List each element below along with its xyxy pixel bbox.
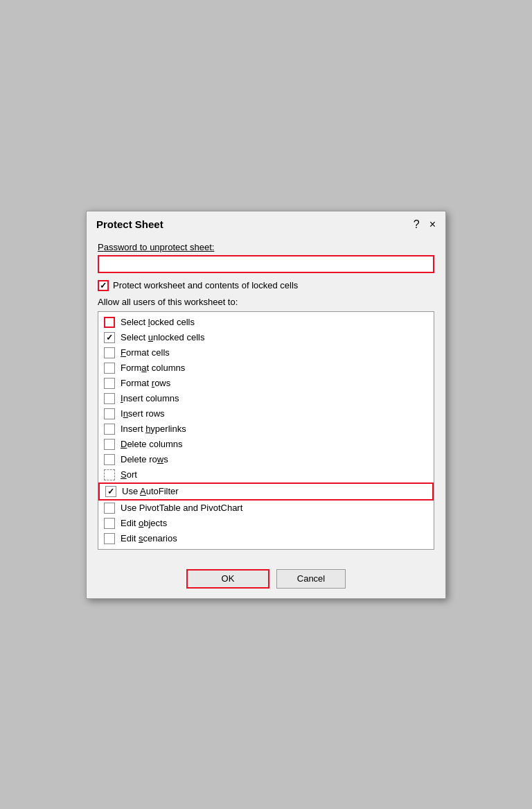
cancel-button[interactable]: Cancel	[276, 569, 346, 589]
label-edit-objects: Edit objects	[121, 518, 167, 528]
perm-row-delete-columns: Delete columns	[98, 437, 434, 452]
label-insert-hyperlinks: Insert hyperlinks	[121, 424, 186, 434]
label-autofilter: Use AutoFilter	[122, 486, 179, 496]
title-bar: Protect Sheet ? ×	[87, 211, 445, 235]
password-label: Password to unprotect sheet:	[98, 242, 434, 252]
label-select-unlocked: Select unlocked cells	[121, 332, 204, 342]
checkbox-insert-rows[interactable]	[104, 408, 115, 419]
permissions-list: Select locked cells Select unlocked cell…	[98, 311, 434, 550]
checkbox-format-cells[interactable]	[104, 347, 115, 358]
close-icon[interactable]: ×	[429, 218, 436, 231]
perm-row-sort: Sort	[98, 467, 434, 482]
protect-sheet-dialog: Protect Sheet ? × Password to unprotect …	[86, 211, 446, 599]
checkbox-pivot[interactable]	[104, 503, 115, 514]
dialog-title: Protect Sheet	[96, 218, 163, 230]
perm-row-insert-hyperlinks: Insert hyperlinks	[98, 421, 434, 437]
label-format-rows: Format rows	[121, 378, 170, 388]
perm-row-insert-rows: Insert rows	[98, 406, 434, 421]
checkbox-autofilter[interactable]	[105, 486, 116, 497]
checkbox-format-rows[interactable]	[104, 378, 115, 389]
help-icon[interactable]: ?	[414, 218, 420, 231]
label-insert-columns: Insert columns	[121, 393, 179, 403]
perm-row-select-locked: Select locked cells	[98, 315, 434, 330]
perm-row-autofilter: Use AutoFilter	[98, 482, 434, 501]
label-delete-rows: Delete rows	[121, 454, 168, 464]
checkbox-delete-columns[interactable]	[104, 439, 115, 450]
protect-worksheet-checkbox[interactable]	[98, 280, 109, 291]
allow-users-label: Allow all users of this worksheet to:	[98, 297, 434, 307]
checkbox-select-unlocked[interactable]	[104, 332, 115, 343]
protect-worksheet-label: Protect worksheet and contents of locked…	[113, 280, 298, 290]
checkbox-delete-rows[interactable]	[104, 454, 115, 465]
label-delete-columns: Delete columns	[121, 439, 183, 449]
label-format-cells: Format cells	[121, 347, 170, 358]
checkbox-insert-hyperlinks[interactable]	[104, 424, 115, 435]
label-insert-rows: Insert rows	[121, 408, 165, 419]
checkbox-edit-objects[interactable]	[104, 518, 115, 529]
label-pivot: Use PivotTable and PivotChart	[121, 503, 242, 513]
perm-row-edit-scenarios: Edit scenarios	[98, 531, 434, 546]
checkbox-insert-columns[interactable]	[104, 393, 115, 404]
perm-row-select-unlocked: Select unlocked cells	[98, 330, 434, 345]
title-bar-controls: ? ×	[414, 218, 436, 231]
protect-worksheet-row: Protect worksheet and contents of locked…	[98, 280, 434, 291]
perm-row-format-columns: Format columns	[98, 360, 434, 376]
label-format-columns: Format columns	[121, 363, 185, 373]
perm-row-edit-objects: Edit objects	[98, 516, 434, 531]
password-label-underline: P	[98, 242, 104, 252]
label-edit-scenarios: Edit scenarios	[121, 533, 177, 543]
buttons-row: OK Cancel	[87, 569, 445, 598]
perm-row-pivot: Use PivotTable and PivotChart	[98, 501, 434, 516]
perm-row-format-rows: Format rows	[98, 376, 434, 391]
checkbox-sort[interactable]	[104, 469, 115, 480]
ok-button[interactable]: OK	[186, 569, 269, 589]
checkbox-edit-scenarios[interactable]	[104, 533, 115, 544]
label-sort: Sort	[121, 469, 137, 480]
checkbox-select-locked[interactable]	[104, 317, 115, 328]
label-select-locked: Select locked cells	[121, 317, 195, 327]
dialog-content: Password to unprotect sheet: Protect wor…	[87, 235, 445, 569]
perm-row-format-cells: Format cells	[98, 345, 434, 360]
checkbox-format-columns[interactable]	[104, 363, 115, 374]
perm-row-delete-rows: Delete rows	[98, 452, 434, 467]
password-input[interactable]	[98, 255, 434, 273]
perm-row-insert-columns: Insert columns	[98, 391, 434, 406]
